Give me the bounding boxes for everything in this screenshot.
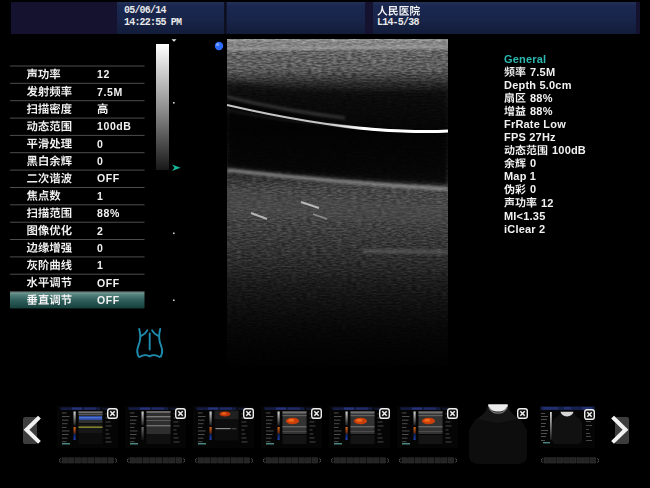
svg-text:88%: 88% <box>97 207 120 219</box>
svg-text:100dB: 100dB <box>97 120 132 132</box>
svg-text:0: 0 <box>530 157 536 169</box>
svg-text:0: 0 <box>97 138 103 150</box>
svg-text:12: 12 <box>541 197 554 209</box>
svg-text:FrRate Low: FrRate Low <box>504 118 566 130</box>
svg-text:0: 0 <box>97 155 103 167</box>
svg-text:0: 0 <box>530 183 536 195</box>
svg-text:FPS 27Hz: FPS 27Hz <box>504 131 556 143</box>
svg-text:7.5M: 7.5M <box>97 86 123 98</box>
svg-text:12: 12 <box>97 68 110 80</box>
svg-text:Depth 5.0cm: Depth 5.0cm <box>504 79 572 91</box>
svg-text:0: 0 <box>97 242 103 254</box>
svg-text:OFF: OFF <box>97 277 120 289</box>
svg-text:88%: 88% <box>530 92 553 104</box>
svg-text:100dB: 100dB <box>552 144 586 156</box>
svg-text:Map 1: Map 1 <box>504 170 536 182</box>
svg-text:1: 1 <box>97 190 103 202</box>
svg-text:2: 2 <box>97 225 103 237</box>
svg-text:MI<1.35: MI<1.35 <box>504 210 545 222</box>
svg-text:1: 1 <box>97 259 103 271</box>
svg-text:88%: 88% <box>530 105 553 117</box>
svg-text:General: General <box>504 53 546 65</box>
svg-text:iClear 2: iClear 2 <box>504 223 545 235</box>
svg-text:OFF: OFF <box>97 172 120 184</box>
svg-text:OFF: OFF <box>97 294 120 306</box>
svg-text:7.5M: 7.5M <box>530 66 555 78</box>
